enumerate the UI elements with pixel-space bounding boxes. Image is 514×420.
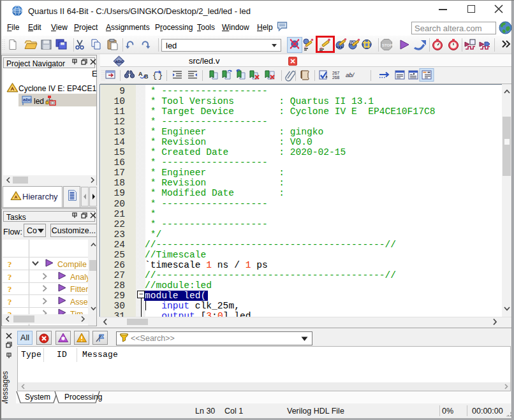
svg-text:267: 267	[332, 71, 340, 75]
svg-text:A: A	[138, 71, 143, 77]
svg-text:{: {	[152, 71, 157, 80]
svg-text:268: 268	[332, 75, 340, 80]
svg-text:abc: abc	[23, 97, 32, 103]
svg-text:ab/: ab/	[346, 71, 355, 78]
svg-text:abc: abc	[115, 59, 124, 64]
svg-text:}: }	[158, 71, 163, 80]
svg-text:System: System	[25, 393, 50, 402]
svg-text:Processing: Processing	[64, 393, 102, 402]
svg-text:STOP: STOP	[382, 43, 392, 47]
